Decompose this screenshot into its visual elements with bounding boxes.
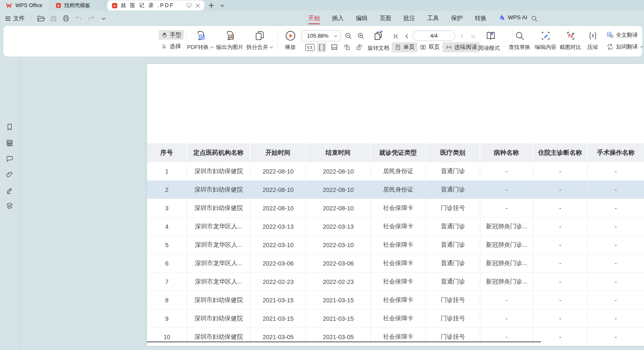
table-cell: 2021-03-15 bbox=[306, 309, 371, 327]
menu-tab-插入[interactable]: 插入 bbox=[332, 11, 344, 26]
print-button[interactable] bbox=[61, 13, 71, 23]
table-cell: - bbox=[588, 181, 644, 199]
menu-tab-开始[interactable]: 开始 bbox=[308, 11, 320, 26]
continuous-read-button[interactable]: 连续阅读 bbox=[443, 42, 480, 52]
comment-icon[interactable] bbox=[5, 155, 15, 164]
table-cell: 2022-03-13 bbox=[306, 217, 371, 235]
attachment-icon[interactable] bbox=[5, 170, 15, 179]
signature-icon[interactable] bbox=[5, 186, 15, 195]
first-page-button[interactable] bbox=[391, 31, 401, 41]
single-page-label: 单页 bbox=[403, 43, 415, 51]
wps-office-window: WPS Office 找稻壳模板 P 就 医 记 录 .PDF bbox=[0, 0, 644, 350]
table-cell: 2022-03-10 bbox=[306, 236, 371, 254]
table-cell: 2022-08-10 bbox=[306, 162, 371, 180]
table-cell: 2022-03-10 bbox=[251, 236, 306, 254]
bookmark-icon[interactable] bbox=[5, 123, 15, 132]
file-menu-label: 文件 bbox=[13, 15, 25, 22]
table-cell: 社会保障卡 bbox=[371, 254, 426, 272]
svg-text:A: A bbox=[610, 44, 612, 47]
fit-page-button[interactable] bbox=[330, 43, 339, 52]
new-tab-button[interactable] bbox=[208, 2, 215, 9]
menu-tab-页面[interactable]: 页面 bbox=[380, 11, 391, 26]
table-cell: 门诊挂号 bbox=[426, 199, 480, 217]
wps-ai-button[interactable]: WPS AI bbox=[499, 14, 527, 20]
quick-access-dropdown[interactable] bbox=[99, 13, 109, 23]
menu-tab-转换[interactable]: 转换 bbox=[475, 11, 487, 26]
column-header: 手术操作名称 bbox=[588, 143, 644, 162]
monitor-icon[interactable] bbox=[186, 3, 192, 8]
table-cell: - bbox=[588, 162, 644, 180]
word-translate-button[interactable]: A文 划词翻译 bbox=[606, 43, 644, 51]
hand-tool-label: 手型 bbox=[170, 31, 181, 39]
next-page-button[interactable] bbox=[457, 31, 467, 41]
save-button[interactable] bbox=[48, 13, 58, 23]
play-button[interactable]: 播放 bbox=[278, 29, 303, 51]
continuous-read-icon bbox=[446, 44, 452, 51]
zoom-out-button[interactable] bbox=[343, 31, 353, 41]
table-cell: 社会保障卡 bbox=[371, 236, 426, 254]
zoom-in-button[interactable] bbox=[356, 31, 365, 41]
table-cell: 新冠肺炎门诊... bbox=[480, 254, 533, 272]
table-cell: 居民身份证 bbox=[371, 162, 426, 180]
page-number-input[interactable]: 4/4 bbox=[413, 31, 455, 41]
last-page-button[interactable] bbox=[468, 31, 477, 41]
tab-document-active[interactable]: P 就 医 记 录 .PDF bbox=[107, 0, 204, 10]
undo-icon[interactable] bbox=[74, 13, 84, 23]
actual-size-button[interactable]: 1:1 bbox=[305, 43, 314, 52]
select-tool-button[interactable]: 选择 bbox=[159, 41, 184, 51]
file-menu-button[interactable]: 文件 bbox=[5, 15, 25, 22]
tab-list-button[interactable] bbox=[218, 2, 226, 9]
read-mode-icon bbox=[484, 29, 497, 42]
doc-table-body: 1深圳市妇幼保健院2022-08-102022-08-10居民身份证普通门诊--… bbox=[147, 162, 644, 346]
search-icon[interactable] bbox=[531, 15, 538, 22]
menu-tab-保护[interactable]: 保护 bbox=[451, 11, 463, 26]
table-cell: 社会保障卡 bbox=[371, 199, 426, 217]
table-bottom-rule bbox=[147, 341, 541, 342]
table-cell: 社会保障卡 bbox=[371, 291, 426, 309]
open-file-button[interactable] bbox=[36, 13, 46, 23]
full-translate-button[interactable]: A字 全文翻译 bbox=[606, 31, 638, 39]
column-header: 病种名称 bbox=[480, 143, 533, 162]
split-merge-button[interactable]: 拆分合并 bbox=[242, 29, 277, 51]
wps-ai-icon bbox=[499, 14, 506, 20]
single-page-button[interactable]: 单页 bbox=[392, 42, 418, 52]
wps-logo-icon bbox=[6, 3, 13, 8]
screenshot-compare-label: 截图对比 bbox=[560, 43, 581, 51]
table-cell: 深圳市龙华区人... bbox=[187, 273, 251, 291]
table-cell: 2022-03-06 bbox=[306, 254, 371, 272]
rotate-document-label[interactable]: 旋转文档 bbox=[368, 44, 389, 52]
layers-icon[interactable] bbox=[5, 202, 15, 211]
table-cell: 2021-03-05 bbox=[306, 328, 371, 346]
double-page-icon bbox=[420, 44, 426, 51]
table-row: 6深圳市龙华区人...2022-03-062022-03-06社会保障卡普通门诊… bbox=[147, 254, 644, 272]
previous-page-button[interactable] bbox=[402, 31, 411, 41]
divider bbox=[30, 15, 31, 22]
compress-button[interactable]: 压缩 bbox=[580, 29, 605, 51]
svg-text:W: W bbox=[200, 36, 203, 39]
read-mode-label[interactable]: 阅读模式 bbox=[478, 44, 500, 52]
edit-content-label: 编辑内容 bbox=[535, 43, 556, 51]
column-header: 就诊凭证类型 bbox=[371, 143, 426, 162]
rotate-right-button[interactable] bbox=[355, 43, 364, 52]
menu-tab-编辑[interactable]: 编辑 bbox=[356, 11, 368, 26]
zoom-level-combobox[interactable]: 105.88% bbox=[302, 30, 341, 41]
menu-tab-批注[interactable]: 批注 bbox=[403, 11, 415, 26]
pdf-page: 序号定点医药机构名称开始时间结束时间就诊凭证类型医疗类别病种名称住院主诊断名称手… bbox=[147, 64, 644, 346]
thumbnail-icon[interactable] bbox=[5, 139, 15, 148]
close-icon[interactable] bbox=[195, 3, 200, 8]
find-replace-label: 查找替换 bbox=[509, 43, 530, 51]
tab-label: WPS Office bbox=[15, 3, 42, 8]
fit-width-button[interactable] bbox=[317, 43, 327, 52]
tab-wps-office[interactable]: WPS Office bbox=[0, 0, 50, 11]
table-cell: 深圳市龙华区人... bbox=[187, 217, 251, 235]
redo-icon[interactable] bbox=[86, 13, 96, 23]
table-cell: - bbox=[480, 291, 533, 309]
tab-docer[interactable]: 找稻壳模板 bbox=[50, 0, 105, 11]
menu-tab-工具[interactable]: 工具 bbox=[427, 11, 439, 26]
table-cell: 深圳市妇幼保健院 bbox=[187, 328, 251, 346]
table-cell: - bbox=[480, 328, 533, 346]
rotate-left-button[interactable] bbox=[342, 43, 352, 52]
hand-tool-button[interactable]: 手型 bbox=[159, 30, 184, 40]
table-cell: - bbox=[533, 217, 588, 235]
document-workspace: 序号定点医药机构名称开始时间结束时间就诊凭证类型医疗类别病种名称住院主诊断名称手… bbox=[0, 56, 644, 350]
